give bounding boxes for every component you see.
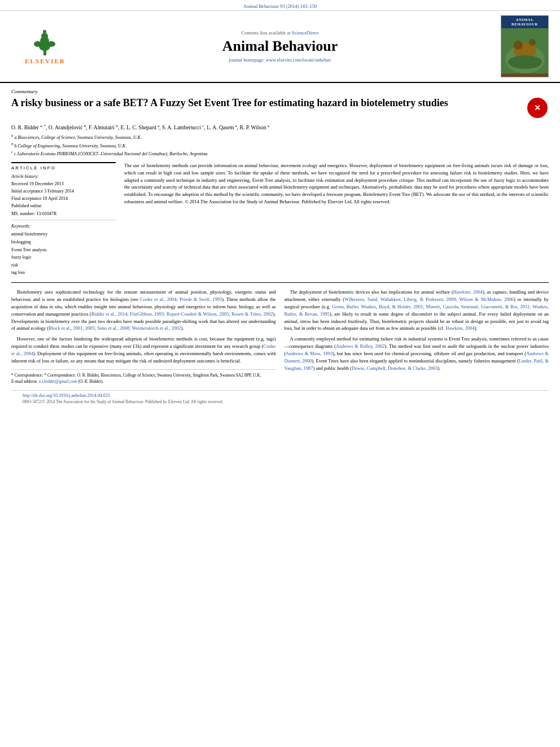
page-wrapper: Animal Behaviour 93 (2014) 143–150 ELSEV… [0, 0, 560, 412]
footnote-email: E-mail address: o.r.bidder@gmail.com (O.… [11, 378, 276, 385]
journal-citation: Animal Behaviour 93 (2014) 143–150 [243, 3, 317, 9]
article-info-column: ARTICLE INFO Article history: Received 1… [11, 162, 116, 277]
keyword-event-tree: Event Tree analysis [11, 246, 116, 254]
journal-title: Animal Behaviour [79, 38, 481, 55]
affiliation-c: c c Laboratorio Ecotono INIBIOMA (CONICE… [11, 149, 549, 158]
svg-point-12 [529, 39, 536, 46]
crossmark-logo[interactable]: ✕ [526, 97, 549, 119]
main-content: Commentary A risky business or a safe BE… [0, 83, 560, 412]
body-para-1: Biotelemetry uses sophisticated technolo… [11, 289, 276, 332]
history-label: Article history: [11, 174, 116, 179]
body-para-4: A commonly employed method for estimatin… [285, 335, 549, 372]
body-para-2: However, one of the factors hindering th… [11, 335, 276, 365]
email-link[interactable]: o.r.bidder@gmail.com [39, 379, 77, 384]
journal-homepage: journal homepage: www.elsevier.com/locat… [79, 57, 481, 63]
affiliations: a a Biosciences, College of Science, Swa… [11, 133, 549, 158]
abstract-column: The use of biotelemetry methods can prov… [124, 162, 549, 277]
header-section: ELSEVIER Contents lists available at Sci… [0, 11, 560, 83]
article-info-label: ARTICLE INFO [11, 162, 116, 171]
cover-image [501, 28, 548, 77]
journal-cover-image: ANIMALBEHAVIOUR [501, 15, 549, 77]
sciencedirect-link[interactable]: ScienceDirect [292, 30, 319, 36]
article-type-label: Commentary [11, 89, 549, 94]
keyword-tag-loss: tag loss [11, 269, 116, 277]
doi-link[interactable]: http://dx.doi.org/10.1016/j.anbehav.2014… [23, 393, 537, 398]
body-left-column: Biotelemetry uses sophisticated technolo… [11, 289, 276, 385]
cover-scene-icon [501, 28, 549, 73]
svg-point-11 [514, 41, 523, 50]
ms-number: MS. number: 13-01047R [11, 211, 116, 216]
journal-header-center: Contents lists available at ScienceDirec… [79, 30, 481, 63]
keywords-label: Keywords: [11, 224, 116, 229]
elsevier-logo-area: ELSEVIER [11, 28, 79, 64]
keyword-biotelemetry: animal biotelemetry [11, 230, 116, 238]
svg-point-5 [47, 41, 55, 47]
final-acceptance-date: Final acceptance 10 April 2014 [11, 195, 116, 203]
svg-point-4 [34, 41, 42, 47]
body-para-3: The deployment of biotelemetric devices … [285, 289, 549, 332]
svg-point-6 [43, 30, 46, 33]
footnote-area: * Correspondence: * Correspondence: O. R… [11, 369, 276, 385]
keyword-fuzzy-logic: fuzzy logic [11, 254, 116, 261]
elsevier-tree-icon [29, 28, 60, 56]
keyword-risk: risk [11, 261, 116, 269]
article-title: A risky business or a safe BET? A Fuzzy … [11, 97, 520, 110]
body-section: Biotelemetry uses sophisticated technolo… [11, 289, 549, 385]
svg-point-13 [508, 55, 542, 69]
cover-title: ANIMALBEHAVIOUR [501, 16, 548, 28]
journal-cover-area: ANIMALBEHAVIOUR [481, 15, 549, 77]
affiliation-b: b b College of Engineering, Swansea Univ… [11, 141, 549, 150]
abstract-text: The use of biotelemetry methods can prov… [124, 162, 549, 206]
elsevier-logo: ELSEVIER [25, 28, 65, 64]
bottom-bar: http://dx.doi.org/10.1016/j.anbehav.2014… [11, 390, 549, 407]
divider [11, 220, 116, 220]
authors-line: O. R. Bidder a, *, O. Arandjelović b, F.… [11, 124, 549, 130]
published-online: Published online [11, 203, 116, 210]
initial-acceptance-date: Initial acceptance 3 February 2014 [11, 188, 116, 195]
journal-top-bar: Animal Behaviour 93 (2014) 143–150 [0, 0, 560, 11]
article-info-abstract-section: ARTICLE INFO Article history: Received 1… [11, 162, 549, 277]
issn-line: 0003-3472/© 2014 The Association for the… [23, 399, 537, 404]
body-right-column: The deployment of biotelemetric devices … [285, 289, 549, 385]
footnote-correspondence: * Correspondence: * Correspondence: O. R… [11, 372, 276, 378]
keyword-biologging: biologging [11, 238, 116, 246]
sciencedirect-line: Contents lists available at ScienceDirec… [79, 30, 481, 36]
crossmark-icon: ✕ [527, 98, 548, 118]
article-title-area: A risky business or a safe BET? A Fuzzy … [11, 97, 549, 119]
affiliation-a: a a Biosciences, College of Science, Swa… [11, 133, 549, 141]
section-separator [11, 282, 549, 283]
received-date: Received 19 December 2013 [11, 181, 116, 188]
elsevier-brand-text: ELSEVIER [25, 58, 65, 64]
